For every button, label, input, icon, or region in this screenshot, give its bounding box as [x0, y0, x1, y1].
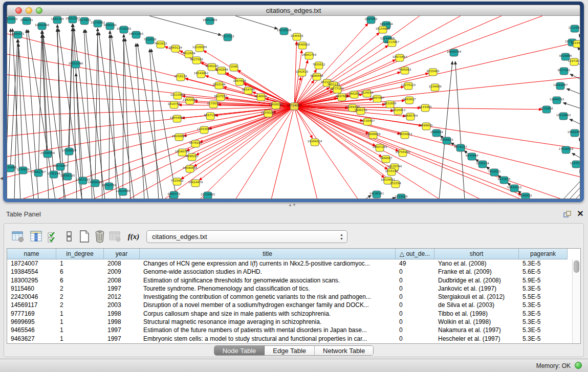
table-settings-button[interactable] — [10, 229, 26, 244]
table-cell[interactable]: 1 — [56, 310, 104, 318]
delete-table-button[interactable] — [92, 229, 107, 244]
table-cell[interactable]: 49 — [396, 259, 434, 268]
citation-edge[interactable] — [294, 106, 580, 177]
table-cell[interactable]: Stergiakouli et al. (2012) — [434, 293, 519, 301]
citation-edge[interactable] — [7, 106, 294, 177]
table-cell[interactable]: 5.3E-5 — [519, 326, 568, 334]
scrollbar-thumb[interactable] — [574, 260, 579, 273]
tab-network-table[interactable]: Network Table — [315, 346, 373, 355]
table-row[interactable]: 946554611997Estimation of the future num… — [7, 326, 572, 334]
rows-button[interactable] — [61, 229, 77, 244]
reference-edge[interactable] — [123, 34, 124, 192]
reference-edge[interactable] — [109, 31, 110, 186]
table-cell[interactable]: 5.3E-5 — [519, 318, 568, 326]
function-builder-button[interactable]: f(x) — [126, 229, 141, 244]
table-cell[interactable]: Embryonic stem cells: a model to study s… — [140, 335, 396, 343]
citation-edge[interactable] — [294, 106, 317, 199]
reference-edge[interactable] — [364, 195, 371, 199]
reference-edge[interactable] — [18, 43, 34, 199]
table-cell[interactable]: Structural magnetic resonance image aver… — [140, 318, 396, 326]
table-cell[interactable]: 2012 — [104, 293, 140, 301]
split-pane-handle[interactable]: ▲▼ — [288, 203, 294, 207]
table-cell[interactable]: 14569117 — [7, 301, 56, 309]
reference-edge[interactable] — [563, 103, 580, 108]
table-cell[interactable]: 0 — [396, 285, 434, 293]
table-cell[interactable]: Estimation of the future numbers of pati… — [140, 326, 396, 334]
table-cell[interactable]: 1 — [56, 335, 104, 343]
table-row[interactable]: 969969511998Structural magnetic resonanc… — [7, 318, 572, 326]
table-cell[interactable]: 1998 — [104, 310, 140, 318]
table-cell[interactable]: Hescheler et al. (1997) — [434, 335, 519, 343]
reference-edge[interactable] — [110, 35, 117, 199]
table-cell[interactable]: 0 — [396, 310, 434, 318]
table-cell[interactable]: Jankovic et al. (1997) — [434, 285, 519, 293]
tab-node-table[interactable]: Node Table — [214, 346, 265, 355]
table-cell[interactable]: Tibbo et al. (1998) — [434, 310, 519, 318]
table-row[interactable]: 1830029562008Estimation of significance … — [7, 276, 572, 285]
table-cell[interactable]: Dudbridge et al. (2008) — [434, 276, 519, 285]
column-header-pagerank[interactable]: pagerank — [519, 249, 568, 259]
column-header-short[interactable]: short — [434, 249, 519, 259]
table-row[interactable]: 946362711997Embryonic stem cells: a mode… — [7, 335, 572, 343]
table-row[interactable]: 977716911998Corpus callosum shape and si… — [7, 310, 572, 318]
table-cell[interactable]: 1997 — [104, 326, 140, 334]
reference-edge[interactable] — [137, 43, 163, 199]
table-row[interactable]: 1456911722003Disruption of a novel membe… — [7, 301, 572, 309]
column-header-year[interactable]: year — [104, 249, 140, 259]
table-row[interactable]: 1872400712008Changes of HCN gene express… — [7, 259, 572, 268]
table-cell[interactable]: 1997 — [104, 335, 140, 343]
reference-edge[interactable] — [111, 35, 134, 199]
window-titlebar[interactable]: citations_edges.txt — [7, 5, 580, 16]
citation-edge[interactable] — [294, 106, 392, 182]
table-cell[interactable]: 2 — [56, 301, 104, 309]
table-cell[interactable]: 9115460 — [7, 285, 56, 293]
table-cell[interactable]: 0 — [396, 268, 434, 276]
table-cell[interactable]: Yano et al. (2008) — [434, 259, 519, 268]
table-cell[interactable]: 0 — [396, 301, 434, 309]
table-cell[interactable]: 6 — [56, 276, 104, 285]
table-cell[interactable]: 2008 — [104, 259, 140, 268]
table-cell[interactable]: 9463627 — [7, 335, 56, 343]
reference-edge[interactable] — [235, 16, 277, 29]
table-cell[interactable]: Nakamura et al. (1997) — [434, 326, 519, 334]
reference-edge[interactable] — [575, 193, 580, 199]
reference-edge[interactable] — [95, 28, 98, 183]
table-cell[interactable]: 2003 — [104, 301, 140, 309]
reference-edge[interactable] — [569, 187, 580, 199]
table-cell[interactable]: 2009 — [104, 268, 140, 276]
table-cell[interactable]: 6 — [56, 268, 104, 276]
citation-edge[interactable] — [294, 106, 382, 157]
table-cell[interactable]: 18300295 — [7, 276, 56, 285]
reference-edge[interactable] — [18, 39, 23, 170]
table-cell[interactable]: 1 — [56, 318, 104, 326]
reference-edge[interactable] — [151, 49, 177, 199]
table-cell[interactable]: Investigating the contribution of common… — [140, 293, 396, 301]
column-header-out_de[interactable]: △ out_de... — [396, 249, 434, 259]
reference-edge[interactable] — [580, 169, 580, 172]
citation-edge[interactable] — [235, 106, 294, 199]
table-cell[interactable]: 5.9E-5 — [519, 276, 568, 285]
citation-edge[interactable] — [294, 106, 563, 199]
table-cell[interactable]: 9465546 — [7, 326, 56, 334]
reference-edge[interactable] — [579, 138, 580, 141]
table-cell[interactable]: 5.3E-5 — [519, 310, 568, 318]
table-cell[interactable]: 0 — [396, 293, 434, 301]
table-cell[interactable]: 1998 — [104, 318, 140, 326]
table-cell[interactable]: 5.3E-5 — [519, 285, 568, 293]
table-row[interactable]: 1938455462009Genome-wide association stu… — [7, 268, 572, 276]
close-panel-icon[interactable]: ✕ — [576, 209, 584, 218]
table-selector-dropdown[interactable]: citations_edges.txt ▲▼ — [146, 230, 347, 243]
table-cell[interactable]: Changes of HCN gene expression and I(f) … — [140, 259, 396, 268]
column-header-name[interactable]: name — [7, 249, 56, 259]
table-cell[interactable]: 18724007 — [7, 259, 56, 268]
reference-edge[interactable] — [570, 119, 580, 124]
table-row[interactable]: 911546021997Tourette syndrome. Phenomeno… — [7, 285, 572, 293]
table-cell[interactable]: 5.5E-5 — [519, 293, 568, 301]
table-cell[interactable]: Disruption of a novel member of a sodium… — [140, 301, 396, 309]
column-header-in_degree[interactable]: in_degree — [56, 249, 104, 259]
table-cell[interactable]: Tourette syndrome. Phenomenology and cla… — [140, 285, 396, 293]
table-cell[interactable]: 2 — [56, 285, 104, 293]
table-cell[interactable]: 19384554 — [7, 268, 56, 276]
row-select-check-button[interactable] — [45, 229, 60, 244]
table-cell[interactable]: 5.3E-5 — [519, 259, 568, 268]
